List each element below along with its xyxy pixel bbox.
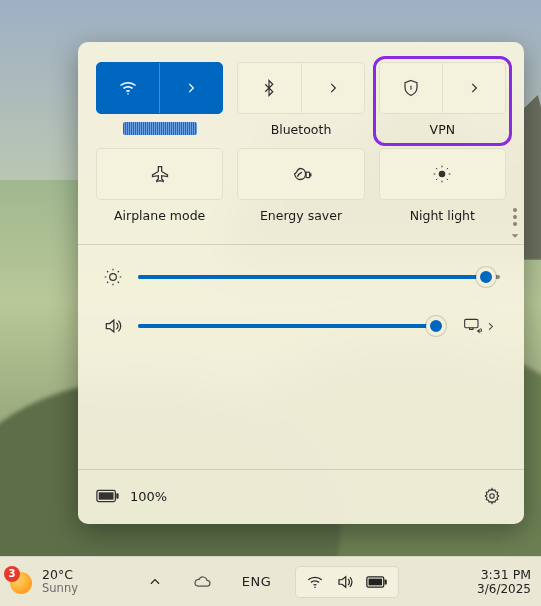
notification-badge: 3: [4, 566, 20, 582]
svg-point-0: [127, 93, 129, 95]
clock-date: 3/6/2025: [477, 582, 531, 596]
energy-label: Energy saver: [260, 208, 342, 226]
chevron-right-icon: [467, 81, 481, 95]
wifi-toggle[interactable]: [97, 63, 160, 113]
airplane-mode-tile[interactable]: [96, 148, 223, 200]
airplane-icon: [150, 164, 170, 184]
battery-icon: [96, 488, 120, 504]
svg-rect-13: [369, 578, 383, 585]
wifi-icon: [306, 573, 324, 591]
night-light-tile[interactable]: [379, 148, 506, 200]
onedrive-tray-icon[interactable]: [186, 571, 218, 593]
brightness-icon: [102, 267, 124, 287]
system-tray[interactable]: [295, 566, 399, 598]
vpn-expand[interactable]: [443, 63, 505, 113]
weather-widget[interactable]: 3 20°C Sunny: [6, 568, 78, 596]
bluetooth-toggle[interactable]: [238, 63, 301, 113]
volume-slider[interactable]: [138, 316, 445, 336]
vpn-tile-highlighted: VPN: [379, 62, 506, 140]
wifi-expand[interactable]: [160, 63, 222, 113]
svg-point-10: [490, 494, 495, 499]
battery-icon: [366, 575, 388, 589]
battery-status[interactable]: 100%: [96, 488, 167, 504]
chevron-up-icon: [148, 575, 162, 589]
svg-point-11: [315, 586, 317, 588]
bluetooth-icon: [260, 79, 278, 97]
bluetooth-tile[interactable]: [237, 62, 364, 114]
tray-overflow-button[interactable]: [142, 571, 168, 593]
svg-rect-3: [310, 174, 311, 176]
clock-button[interactable]: 3:31 PM 3/6/2025: [477, 567, 531, 596]
svg-rect-8: [99, 492, 114, 499]
svg-rect-6: [465, 319, 478, 327]
vpn-toggle[interactable]: [380, 63, 443, 113]
clock-time: 3:31 PM: [477, 567, 531, 582]
cloud-icon: [192, 575, 212, 589]
wifi-icon: [118, 78, 138, 98]
chevron-right-icon: [326, 81, 340, 95]
energy-saver-tile[interactable]: [237, 148, 364, 200]
wifi-label: [123, 122, 197, 135]
chevron-right-icon: [184, 81, 198, 95]
svg-point-4: [440, 171, 445, 176]
gear-icon: [483, 487, 501, 505]
brightness-slider[interactable]: [138, 267, 500, 287]
bluetooth-label: Bluetooth: [271, 122, 332, 140]
battery-text: 100%: [130, 489, 167, 504]
leaf-battery-icon: [290, 164, 312, 184]
svg-rect-9: [116, 493, 118, 499]
svg-point-1: [410, 86, 412, 88]
bluetooth-expand[interactable]: [302, 63, 364, 113]
weather-condition: Sunny: [42, 582, 78, 595]
settings-button[interactable]: [478, 482, 506, 510]
wifi-tile[interactable]: [96, 62, 223, 114]
svg-point-5: [110, 274, 117, 281]
language-button[interactable]: ENG: [236, 570, 278, 593]
volume-icon: [336, 573, 354, 591]
chevron-right-icon: [485, 321, 496, 332]
taskbar: 3 20°C Sunny ENG 3:31 PM 3/6/2025: [0, 556, 541, 606]
night-light-icon: [432, 164, 452, 184]
quick-settings-panel: Bluetooth VPN Airplane mode: [78, 42, 524, 524]
shield-icon: [402, 79, 420, 97]
nightlight-label: Night light: [410, 208, 475, 226]
volume-icon: [102, 316, 124, 336]
vpn-tile[interactable]: [379, 62, 506, 114]
vpn-label: VPN: [430, 122, 455, 140]
audio-output-button[interactable]: [459, 313, 500, 339]
chevron-down-icon: [510, 231, 520, 241]
airplane-label: Airplane mode: [114, 208, 205, 226]
svg-rect-14: [385, 579, 387, 584]
audio-device-icon: [463, 317, 483, 335]
page-indicator[interactable]: [510, 208, 520, 241]
weather-temp: 20°C: [42, 568, 78, 582]
